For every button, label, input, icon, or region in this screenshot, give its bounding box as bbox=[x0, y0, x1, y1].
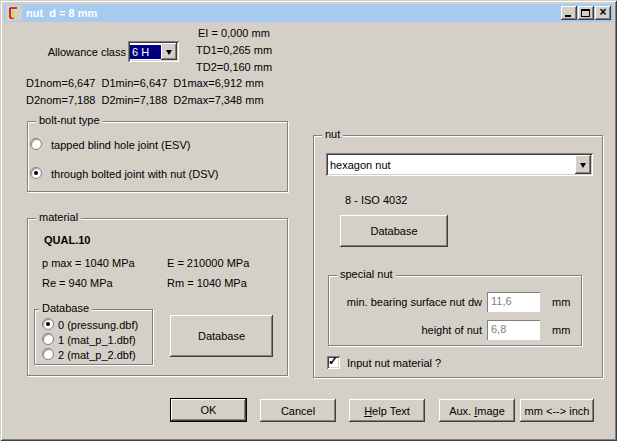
dialog-window: nut d = 8 mm × Allowance class 6 H EI = … bbox=[0, 0, 617, 441]
minimize-button[interactable] bbox=[561, 6, 577, 20]
d2-values-row: D2nom=7,188 D2min=7,188 D2max=7,348 mm bbox=[26, 94, 264, 106]
titlebar[interactable]: nut d = 8 mm bbox=[4, 4, 613, 22]
nut-height-label: height of nut bbox=[335, 324, 482, 336]
d1-values-row: D1nom=6,647 D1min=6,647 D1max=6,912 mm bbox=[26, 77, 264, 89]
material-group-label: material bbox=[36, 211, 81, 223]
allowance-class-value: 6 H bbox=[130, 45, 161, 59]
aux-image-button[interactable]: Aux. Image bbox=[439, 399, 515, 422]
app-icon-glyph bbox=[6, 5, 22, 21]
ei-value: EI = 0,000 mm bbox=[198, 27, 270, 39]
td2-value: TD2=0,160 mm bbox=[196, 61, 272, 73]
cancel-button-label: Cancel bbox=[281, 405, 315, 417]
material-e-modulus: E = 210000 MPa bbox=[167, 257, 249, 269]
window-title: nut d = 8 mm bbox=[26, 7, 97, 19]
radio-database-1[interactable] bbox=[42, 333, 54, 345]
radio-database-2-label[interactable]: 2 (mat_p_2.dbf) bbox=[58, 349, 136, 361]
nut-height-unit: mm bbox=[552, 324, 570, 336]
radio-through-bolted[interactable] bbox=[30, 167, 42, 179]
nut-database-button-label: Database bbox=[370, 225, 417, 237]
radio-database-1-label[interactable]: 1 (mat_p_1.dbf) bbox=[58, 334, 136, 346]
radio-tapped-blind-hole-label[interactable]: tapped blind hole joint (ESV) bbox=[51, 139, 190, 151]
ok-button-default-ring: OK bbox=[170, 398, 247, 422]
maximize-button[interactable] bbox=[578, 6, 594, 20]
input-nut-material-checkbox[interactable]: ✓ bbox=[327, 356, 340, 369]
bolt-nut-type-group-label: bolt-nut type bbox=[36, 114, 103, 126]
nut-type-value: hexagon nut bbox=[328, 158, 575, 172]
mm-inch-toggle-button[interactable]: mm <--> inch bbox=[520, 399, 594, 422]
special-nut-group-label: special nut bbox=[337, 268, 396, 280]
material-quality: QUAL.10 bbox=[44, 234, 90, 246]
app-icon[interactable] bbox=[6, 5, 22, 21]
material-re: Re = 940 MPa bbox=[42, 277, 113, 289]
material-database-button-label: Database bbox=[198, 330, 245, 342]
input-nut-material-label[interactable]: Input nut material ? bbox=[347, 357, 441, 369]
radio-tapped-blind-hole[interactable] bbox=[30, 138, 42, 150]
allowance-class-dropdown-button[interactable] bbox=[161, 43, 177, 60]
nut-standard-text: 8 - ISO 4032 bbox=[345, 194, 407, 206]
maximize-icon bbox=[581, 9, 590, 17]
td1-value: TD1=0,265 mm bbox=[196, 44, 272, 56]
bearing-surface-label: min. bearing surface nut dw bbox=[335, 296, 482, 308]
help-text-button[interactable]: Help Text bbox=[349, 399, 425, 422]
nut-database-button[interactable]: Database bbox=[340, 215, 448, 247]
ok-button-label: OK bbox=[201, 404, 217, 416]
ok-button[interactable]: OK bbox=[171, 399, 246, 421]
material-rm: Rm = 1040 MPa bbox=[167, 277, 247, 289]
nut-type-combobox[interactable]: hexagon nut bbox=[326, 153, 593, 176]
allowance-class-combobox[interactable]: 6 H bbox=[128, 41, 179, 62]
radio-database-0-label[interactable]: 0 (pressung.dbf) bbox=[58, 319, 138, 331]
minimize-icon bbox=[565, 15, 571, 17]
bearing-surface-input[interactable]: 11,6 bbox=[487, 292, 540, 312]
checkmark-icon: ✓ bbox=[328, 354, 338, 368]
allowance-class-label: Allowance class bbox=[30, 46, 126, 58]
nut-type-dropdown-button[interactable] bbox=[575, 155, 591, 174]
nut-height-input[interactable]: 6,8 bbox=[487, 320, 540, 340]
nut-group-label: nut bbox=[322, 128, 343, 140]
bearing-surface-unit: mm bbox=[552, 296, 570, 308]
close-button[interactable]: × bbox=[595, 6, 611, 20]
material-pmax: p max = 1040 MPa bbox=[42, 257, 135, 269]
aux-image-button-label: Aux. bbox=[449, 405, 474, 417]
chevron-down-icon bbox=[166, 50, 172, 55]
bolt-nut-type-group: bolt-nut type bbox=[27, 121, 288, 192]
radio-database-2[interactable] bbox=[42, 348, 54, 360]
material-database-button[interactable]: Database bbox=[170, 315, 273, 357]
mm-inch-button-label: mm <--> inch bbox=[525, 405, 590, 417]
help-text-button-label: elp Text bbox=[372, 405, 410, 417]
chevron-down-icon bbox=[580, 163, 586, 168]
cancel-button[interactable]: Cancel bbox=[260, 399, 336, 422]
radio-database-0[interactable] bbox=[42, 318, 54, 330]
close-icon: × bbox=[595, 6, 611, 20]
radio-through-bolted-label[interactable]: through bolted joint with nut (DSV) bbox=[51, 168, 219, 180]
material-database-group-label: Database bbox=[39, 302, 92, 314]
